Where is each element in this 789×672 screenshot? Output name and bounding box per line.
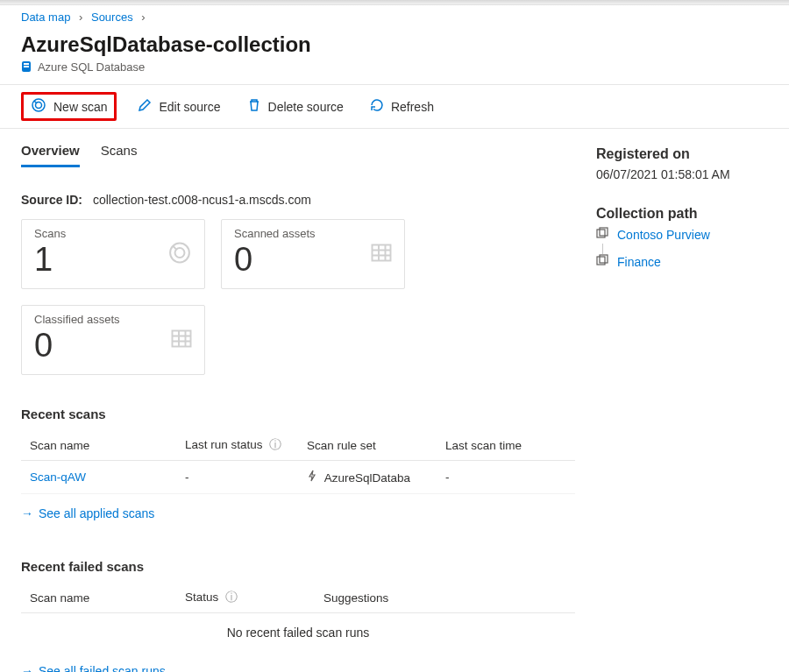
edit-source-label: Edit source [159, 100, 220, 114]
card-scanned-assets[interactable]: Scanned assets 0 [221, 219, 405, 289]
svg-rect-21 [597, 257, 605, 265]
col-last-scan-time: Last scan time [437, 430, 575, 461]
page-header: AzureSqlDatabase-collection Azure SQL Da… [0, 27, 789, 85]
cell-scan-rule-set: AzureSqlDataba [298, 461, 437, 494]
empty-failed-scans-message: No recent failed scan runs [21, 613, 575, 652]
card-classified-assets[interactable]: Classified assets 0 [21, 305, 205, 375]
col-suggestions: Suggestions [315, 583, 575, 613]
info-icon[interactable]: ⓘ [269, 438, 281, 451]
card-classified-assets-title: Classified assets [34, 313, 192, 326]
trash-icon [247, 98, 261, 115]
collection-icon [596, 227, 608, 242]
card-scanned-assets-title: Scanned assets [234, 227, 392, 240]
tab-scans[interactable]: Scans [101, 138, 138, 167]
database-icon [21, 60, 32, 75]
action-toolbar: New scan Edit source Delete source Refre… [0, 85, 789, 129]
col-last-run-status: Last run status ⓘ [176, 430, 298, 461]
source-id-value: collection-test.c008-ncus1-a.mscds.com [93, 193, 311, 207]
tab-overview[interactable]: Overview [21, 138, 80, 167]
see-all-applied-scans-link[interactable]: → See all applied scans [21, 506, 154, 520]
source-type-label: Azure SQL Database [21, 60, 768, 75]
edit-source-button[interactable]: Edit source [132, 95, 225, 118]
target-icon [167, 241, 192, 268]
svg-rect-19 [597, 230, 605, 237]
col-status: Status ⓘ [176, 583, 315, 613]
chevron-right-icon: › [141, 11, 145, 24]
recent-failed-table: Scan name Status ⓘ Suggestions [21, 583, 575, 613]
summary-cards: Scans 1 Scanned assets 0 Classified asse… [21, 219, 575, 375]
refresh-label: Refresh [391, 100, 434, 114]
tab-bar: Overview Scans [21, 129, 575, 168]
col-scan-name: Scan name [21, 430, 176, 461]
arrow-right-icon: → [21, 664, 33, 672]
svg-rect-14 [173, 331, 191, 347]
delete-source-button[interactable]: Delete source [242, 95, 349, 118]
svg-rect-22 [600, 255, 608, 263]
collection-path-item[interactable]: Finance [596, 254, 768, 269]
recent-failed-heading: Recent failed scans [21, 559, 575, 574]
chevron-right-icon: › [79, 11, 82, 24]
registered-on-value: 06/07/2021 01:58:01 AM [596, 167, 768, 181]
collection-path-item[interactable]: Contoso Purview [596, 227, 768, 242]
recent-scans-table: Scan name Last run status ⓘ Scan rule se… [21, 430, 575, 494]
new-scan-label: New scan [53, 100, 107, 114]
side-panel: Registered on 06/07/2021 01:58:01 AM Col… [596, 129, 789, 672]
collection-link[interactable]: Contoso Purview [617, 228, 710, 242]
card-classified-assets-value: 0 [34, 328, 192, 364]
card-scans[interactable]: Scans 1 [21, 219, 205, 289]
svg-line-8 [173, 246, 177, 251]
recent-scans-heading: Recent scans [21, 407, 575, 421]
collection-path-label: Collection path [596, 206, 768, 222]
new-scan-button[interactable]: New scan [21, 92, 117, 121]
collection-icon [596, 254, 608, 269]
see-all-failed-scans-link[interactable]: → See all failed scan runs [21, 664, 166, 672]
table-icon [171, 329, 192, 352]
col-scan-name: Scan name [21, 583, 176, 613]
refresh-icon [370, 98, 384, 115]
col-scan-rule-set: Scan rule set [298, 430, 437, 461]
source-id-label: Source ID: [21, 193, 82, 207]
breadcrumb: Data map › Sources › [0, 5, 789, 27]
source-type-text: Azure SQL Database [38, 60, 145, 74]
info-icon[interactable]: ⓘ [225, 591, 238, 604]
delete-source-label: Delete source [268, 100, 344, 114]
breadcrumb-sources[interactable]: Sources [91, 11, 133, 24]
bolt-icon [307, 471, 321, 485]
breadcrumb-data-map[interactable]: Data map [21, 11, 70, 24]
pencil-icon [138, 98, 152, 115]
source-id-row: Source ID: collection-test.c008-ncus1-a.… [21, 168, 575, 219]
cell-last-run-status: - [176, 461, 298, 494]
svg-rect-2 [24, 66, 29, 67]
refresh-button[interactable]: Refresh [365, 95, 439, 118]
table-row[interactable]: Scan-qAW - AzureSqlDataba - [21, 461, 575, 494]
svg-rect-1 [24, 63, 29, 65]
table-icon [371, 243, 392, 266]
svg-rect-9 [373, 245, 391, 261]
svg-rect-20 [600, 228, 608, 236]
card-scans-title: Scans [34, 227, 192, 240]
cell-last-scan-time: - [437, 461, 575, 494]
page-title: AzureSqlDatabase-collection [21, 32, 768, 57]
scan-name-link[interactable]: Scan-qAW [30, 470, 86, 484]
svg-line-5 [34, 101, 37, 103]
registered-on-label: Registered on [596, 146, 768, 162]
arrow-right-icon: → [21, 506, 33, 520]
collection-link[interactable]: Finance [617, 255, 661, 269]
target-icon [31, 97, 46, 116]
path-connector [602, 244, 768, 254]
card-scanned-assets-value: 0 [234, 242, 392, 279]
